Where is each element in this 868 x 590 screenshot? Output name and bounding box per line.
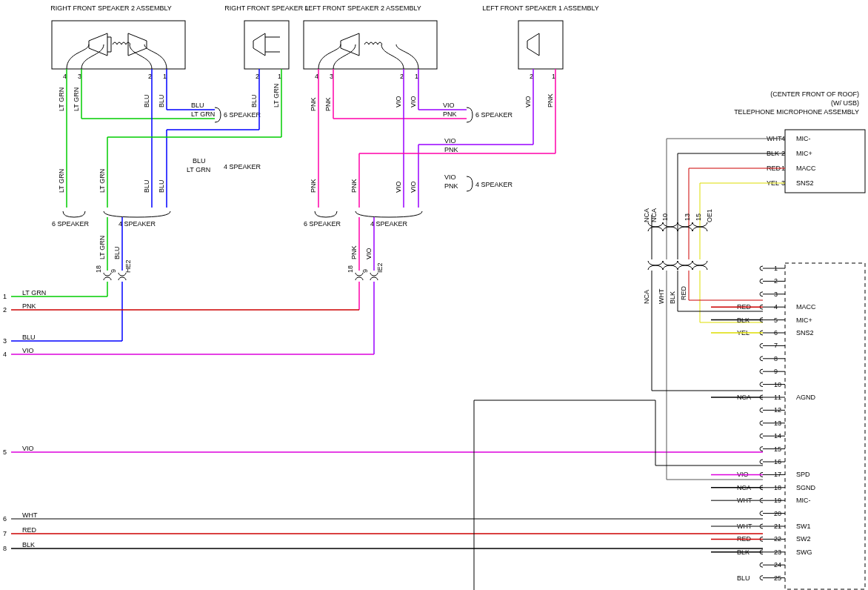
svg-text:BLU: BLU <box>22 334 36 341</box>
svg-text:PNK: PNK <box>324 97 332 111</box>
svg-text:MIC+: MIC+ <box>796 150 812 157</box>
right-front-speaker-2: RIGHT FRONT SPEAKER 2 ASSEMBLY 4 3 2 1 <box>50 4 185 80</box>
svg-text:6: 6 <box>3 515 7 523</box>
conn-pin-num: 20 <box>774 510 781 517</box>
left-front-speaker-2: LEFT FRONT SPEAKER 2 ASSEMBLY 4 3 2 1 <box>304 4 437 80</box>
svg-text:4 SPEAKER: 4 SPEAKER <box>475 181 513 188</box>
svg-text:LT GRN: LT GRN <box>99 236 106 259</box>
conn-pin-num: 3 <box>774 291 778 298</box>
svg-text:LT GRN: LT GRN <box>99 169 106 193</box>
svg-text:8: 8 <box>3 545 7 552</box>
svg-text:6 SPEAKER: 6 SPEAKER <box>52 220 90 228</box>
svg-text:PNK: PNK <box>350 179 358 193</box>
svg-text:LT GRN: LT GRN <box>58 87 65 111</box>
svg-text:5: 5 <box>3 448 7 456</box>
conn-pin-num: 16 <box>774 458 781 465</box>
conn-pin-num: 6 <box>774 329 778 337</box>
svg-text:RED: RED <box>680 285 687 300</box>
svg-text:MIC-: MIC- <box>796 135 811 142</box>
conn-pin-num: 5 <box>774 316 778 324</box>
svg-text:BLU: BLU <box>113 246 121 259</box>
svg-text:9: 9 <box>110 269 117 273</box>
conn-pin-num: 15 <box>774 445 781 453</box>
conn-pin-signal: SPD <box>796 471 810 478</box>
svg-text:LT GRN: LT GRN <box>191 110 215 118</box>
conn-pin-num: 13 <box>774 420 781 427</box>
conn-pin-num: 17 <box>774 471 781 478</box>
svg-text:3: 3 <box>3 337 7 345</box>
right-speaker-wiring: LT GRN LT GRN LT GRN BLU BLU BLU BLU LT … <box>11 69 281 341</box>
svg-rect-7 <box>244 21 289 69</box>
svg-text:HE2: HE2 <box>124 259 132 273</box>
conn-pin-signal: SWG <box>796 548 812 556</box>
svg-text:4: 4 <box>3 351 7 358</box>
telephone-mic-assembly: (CENTER FRONT OF ROOF) (W/ USB) TELEPHON… <box>474 90 865 590</box>
svg-text:1: 1 <box>3 293 7 300</box>
conn-pin-signal: SNS2 <box>796 329 814 337</box>
svg-text:LT GRN: LT GRN <box>187 166 210 173</box>
svg-rect-17 <box>518 21 563 69</box>
svg-text:VIO: VIO <box>22 445 34 452</box>
left-front-speaker-1: LEFT FRONT SPEAKER 1 ASSEMBLY 2 1 <box>482 4 599 80</box>
svg-text:PNK: PNK <box>310 97 317 111</box>
svg-text:(W/ USB): (W/ USB) <box>831 99 859 107</box>
svg-text:BLK: BLK <box>22 541 35 548</box>
svg-text:LT GRN: LT GRN <box>273 84 280 107</box>
conn-pin-num: 7 <box>774 342 778 349</box>
conn-pin-num: 24 <box>774 561 781 569</box>
svg-text:VIO: VIO <box>444 137 456 145</box>
svg-text:VIO: VIO <box>410 181 417 193</box>
conn-pin-num: 11 <box>774 394 781 401</box>
svg-text:6 SPEAKER: 6 SPEAKER <box>304 220 341 228</box>
svg-text:PNK: PNK <box>547 93 554 107</box>
right-front-speaker-1: RIGHT FRONT SPEAKER 1 2 1 <box>224 4 309 80</box>
svg-text:LEFT FRONT SPEAKER 1 ASSEMBLY: LEFT FRONT SPEAKER 1 ASSEMBLY <box>482 4 599 12</box>
svg-text:2: 2 <box>3 306 7 314</box>
svg-text:VIO: VIO <box>443 102 455 109</box>
svg-text:VIO: VIO <box>365 248 373 259</box>
conn-pin-num: 12 <box>774 406 781 414</box>
conn-pin-num: 19 <box>774 497 781 504</box>
svg-text:10: 10 <box>661 213 669 221</box>
conn-pin-num: 23 <box>774 548 781 556</box>
conn-pin-signal: MIC- <box>796 497 811 504</box>
svg-text:MACC: MACC <box>796 165 816 172</box>
svg-text:BLU: BLU <box>143 179 150 193</box>
svg-text:6 SPEAKER: 6 SPEAKER <box>475 111 513 119</box>
svg-text:LT GRN: LT GRN <box>58 169 65 193</box>
svg-text:BLU: BLU <box>191 102 204 109</box>
conn-pin-num: 10 <box>774 381 781 388</box>
svg-text:BLU: BLU <box>250 94 258 107</box>
svg-text:BLU: BLU <box>158 94 165 107</box>
svg-text:TELEPHONE MICROPHONE ASSEMBLY: TELEPHONE MICROPHONE ASSEMBLY <box>734 108 859 116</box>
svg-text:SNS2: SNS2 <box>796 179 814 187</box>
conn-pin-num: 14 <box>774 432 781 440</box>
svg-text:BLU: BLU <box>193 157 206 165</box>
svg-text:LT GRN: LT GRN <box>22 289 46 296</box>
svg-text:BLU: BLU <box>158 179 165 193</box>
svg-text:18: 18 <box>95 265 102 273</box>
svg-text:WHT: WHT <box>658 288 665 304</box>
left-connector: 1 2 3 4 5 6 7 8 LT GRN PNK BLU VIO VIO W… <box>3 289 763 552</box>
svg-text:VIO: VIO <box>444 173 456 181</box>
conn-pin-num: 1 <box>774 265 778 272</box>
conn-pin-num: 9 <box>774 368 778 375</box>
svg-text:BLK: BLK <box>669 291 676 304</box>
svg-text:4 SPEAKER: 4 SPEAKER <box>118 220 156 228</box>
conn-pin-num: 22 <box>774 535 781 543</box>
svg-text:18: 18 <box>347 265 354 273</box>
svg-text:13: 13 <box>684 213 691 221</box>
svg-text:OE1: OE1 <box>706 209 713 222</box>
conn-pin-signal: AGND <box>796 394 816 401</box>
conn-pin-signal: SW1 <box>796 523 811 530</box>
left-speaker-wiring: PNK PNK VIO VIO VIO PNK 6 SPEAKER VIO PN… <box>11 69 555 354</box>
svg-text:PNK: PNK <box>310 179 317 193</box>
conn-pin-num: 21 <box>774 523 781 530</box>
svg-text:VIO: VIO <box>395 181 402 193</box>
wiring-diagram: RIGHT FRONT SPEAKER 2 ASSEMBLY 4 3 2 1 R… <box>0 0 868 590</box>
svg-text:RIGHT FRONT SPEAKER 1: RIGHT FRONT SPEAKER 1 <box>224 4 309 12</box>
svg-text:PNK: PNK <box>22 302 36 310</box>
svg-text:BLU: BLU <box>143 94 150 107</box>
svg-text:PNK: PNK <box>350 245 358 259</box>
conn-pin-num: 8 <box>774 355 778 362</box>
